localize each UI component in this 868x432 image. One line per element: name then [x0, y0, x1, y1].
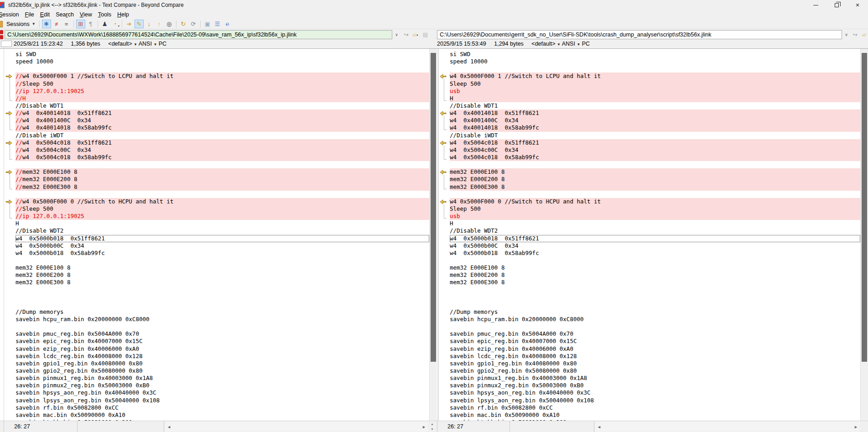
format-dropdown-icon[interactable]: ▼	[557, 42, 561, 47]
code-line[interactable]	[438, 286, 860, 294]
reload-icon[interactable]: ↻	[179, 20, 188, 28]
code-line[interactable]: usb	[438, 88, 860, 95]
code-line[interactable]: H	[438, 220, 860, 227]
code-line[interactable]: savebin rf.bin 0x50082800 0xCC	[4, 404, 429, 411]
code-line[interactable]	[4, 301, 429, 308]
find-icon[interactable]: ◎	[165, 20, 174, 28]
code-line[interactable]: w4 0x5004c018 0x58ab99fc	[438, 154, 860, 161]
code-line[interactable]: H	[4, 220, 429, 227]
code-line[interactable]: mem32 E000E300 8	[438, 279, 860, 286]
copy-section-gutter[interactable]	[4, 73, 16, 80]
code-line[interactable]: savebin lcdc_reg.bin 0x40008000 0x128	[4, 353, 429, 360]
code-line[interactable]: //w4 0x40014018 0x51ff8621	[4, 109, 429, 117]
code-line[interactable]: w4 0x5000b018 0x51ff8621	[438, 235, 860, 242]
code-line[interactable]: //Sleep 500	[4, 80, 429, 88]
code-line[interactable]	[438, 65, 860, 73]
code-line[interactable]: savebin pmuc_reg.bin 0x5004A000 0x70	[438, 330, 860, 338]
copy-section-gutter[interactable]	[438, 73, 450, 80]
encoding-dropdown-icon[interactable]: ▼	[153, 42, 157, 47]
code-line[interactable]: savebin rf.bin 0x50082800 0xCC	[438, 404, 860, 411]
code-line[interactable]: savebin ezip_reg.bin 0x40006000 0xA0	[4, 345, 429, 353]
code-line[interactable]: //w4 0x5000F000 1 //Switch to LCPU and h…	[4, 73, 429, 80]
code-line[interactable]: mem32 E000E200 8	[438, 271, 860, 279]
code-line[interactable]	[4, 294, 429, 301]
code-line[interactable]: savebin pinmux1_reg.bin 0x40003000 0x1A8	[4, 375, 429, 382]
code-line[interactable]: w4 0x5004c018 0x51ff8621	[438, 139, 860, 146]
code-line[interactable]: speed 10000	[438, 58, 860, 65]
copy-section-gutter[interactable]	[4, 168, 16, 176]
code-line[interactable]: //mem32 E000E300 8	[4, 183, 429, 191]
left-file-format[interactable]: <default>	[108, 41, 132, 47]
code-line[interactable]	[438, 301, 860, 308]
right-horizontal-scrollbar[interactable]: ◄ ►	[595, 422, 860, 432]
code-line[interactable]: //Sleep 500	[4, 205, 429, 213]
scroll-left-icon[interactable]: ◄	[595, 422, 603, 432]
code-line[interactable]: mem32 E000E300 8	[4, 279, 429, 286]
code-line[interactable]: mem32 E000E300 8	[438, 183, 860, 191]
right-path-dropdown-button[interactable]: ∨	[842, 30, 850, 39]
code-line[interactable]: //w4 0x5000F000 0 //Switch to HCPU and h…	[4, 198, 429, 205]
code-line[interactable]	[438, 161, 860, 168]
right-file-editor[interactable]: si SWDspeed 10000w4 0x5000F000 1 //Switc…	[438, 49, 860, 421]
code-line[interactable]: //Disable WDT2	[438, 227, 860, 234]
code-line[interactable]: si SWD	[438, 51, 860, 58]
right-vertical-scrollbar[interactable]	[860, 49, 868, 421]
report-icon[interactable]: ☰	[213, 20, 222, 28]
code-line[interactable]: usb	[438, 213, 860, 220]
left-horizontal-scrollbar[interactable]: ◄ ►	[165, 422, 428, 432]
code-line[interactable]	[438, 323, 860, 330]
filter-same-icon[interactable]: =	[62, 20, 71, 28]
code-line[interactable]: Sleep 500	[438, 80, 860, 88]
code-line[interactable]	[438, 257, 860, 264]
browse-folder-icon[interactable]: ▱▾	[411, 31, 419, 38]
left-file-editor[interactable]: si SWDspeed 10000//w4 0x5000F000 1 //Swi…	[4, 49, 429, 421]
code-line[interactable]: savebin pinmux1_reg.bin 0x40003000 0x1A8	[438, 375, 860, 382]
menu-item-edit[interactable]: Edit	[37, 10, 53, 19]
code-line[interactable]: savebin gpio2_reg.bin 0x50080000 0x80	[4, 367, 429, 375]
code-line[interactable]: //w4 0x4001400C 0x34	[4, 117, 429, 124]
code-line[interactable]: mem32 E000E200 8	[4, 271, 429, 279]
rescan-icon[interactable]: ⟳	[189, 20, 198, 28]
code-line[interactable]: savebin lcdc_reg.bin 0x40008000 0x128	[438, 353, 860, 360]
encoding-dropdown-icon[interactable]: ▼	[577, 42, 580, 47]
code-line[interactable]: savebin hpsys_aon_reg.bin 0x40040000 0x3…	[4, 389, 429, 396]
scrollbar-thumb[interactable]	[862, 53, 867, 362]
code-line[interactable]: //Dump memorys	[4, 308, 429, 316]
web-help-icon[interactable]: ℮	[223, 20, 232, 28]
left-path-dropdown-button[interactable]: ∨	[393, 30, 400, 39]
code-line[interactable]: speed 10000	[4, 58, 429, 65]
code-line[interactable]	[438, 294, 860, 301]
status-splitter-handle[interactable]	[431, 424, 433, 430]
right-file-format[interactable]: <default>	[531, 41, 555, 47]
code-line[interactable]: w4 0x4001400C 0x34	[438, 117, 860, 124]
code-line[interactable]: savebin mac.bin 0x50090000 0xA10	[4, 411, 429, 419]
filter-differences-icon[interactable]: ≠	[52, 20, 61, 28]
code-line[interactable]: //Disable WDT1	[4, 102, 429, 109]
code-line[interactable]: //mem32 E000E200 8	[4, 176, 429, 183]
view-window-icon[interactable]: ▣	[203, 20, 212, 28]
copy-to-right-icon[interactable]: ➔	[125, 20, 134, 28]
code-line[interactable]	[4, 286, 429, 294]
code-line[interactable]: //H	[4, 95, 429, 102]
format-dropdown-icon[interactable]: ▼	[134, 42, 137, 47]
code-line[interactable]: savebin hcpu_ram.bin 0x20000000 0xC8000	[438, 316, 860, 323]
filter-all-icon[interactable]: ✱	[42, 20, 51, 28]
menu-item-view[interactable]: View	[77, 10, 95, 19]
left-vertical-scrollbar[interactable]	[429, 49, 437, 421]
code-line[interactable]: savebin gpio1_reg.bin 0x40080000 0x80	[4, 360, 429, 367]
edit-mode-icon[interactable]: ✎	[135, 20, 144, 28]
code-line[interactable]: si SWD	[4, 51, 429, 58]
rules-referee-icon[interactable]: ♟	[100, 20, 109, 28]
next-difference-icon[interactable]: ↓	[145, 20, 154, 28]
right-file-encoding[interactable]: ANSI	[562, 41, 575, 47]
save-file-icon[interactable]: ▤	[421, 31, 429, 38]
left-file-path-input[interactable]: C:\Users\26929\Documents\WXWork\16888569…	[5, 30, 392, 39]
close-button[interactable]: ×	[847, 0, 868, 10]
previous-difference-icon[interactable]: ↑	[155, 20, 164, 28]
code-line[interactable]: mem32 E000E100 8	[438, 264, 860, 271]
code-line[interactable]: Sleep 500	[438, 205, 860, 213]
code-line[interactable]: //ip 127.0.0.1:19025	[4, 88, 429, 95]
code-line[interactable]	[4, 161, 429, 168]
copy-section-gutter[interactable]	[4, 198, 16, 205]
code-line[interactable]: mem32 E000E100 8	[4, 264, 429, 271]
